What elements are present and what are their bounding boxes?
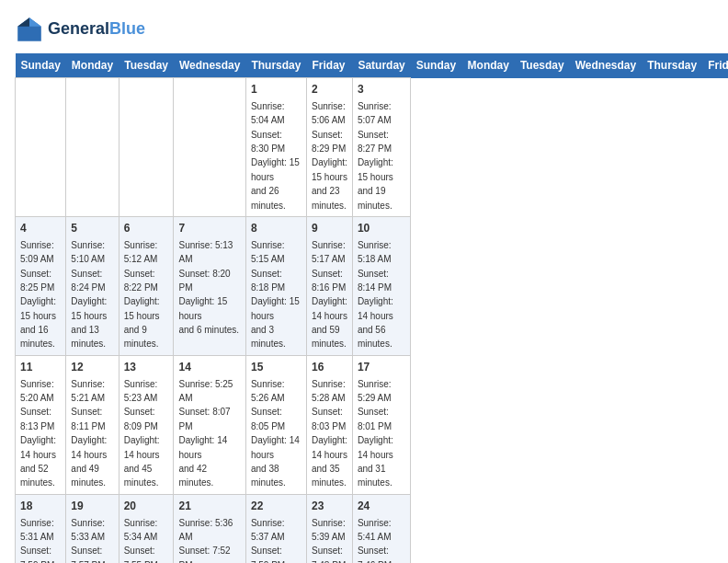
day-number: 24 <box>358 499 405 514</box>
day-info: Sunrise: 5:18 AM Sunset: 8:14 PM Dayligh… <box>358 240 393 350</box>
day-number: 3 <box>358 82 405 98</box>
day-info: Sunrise: 5:15 AM Sunset: 8:18 PM Dayligh… <box>251 240 300 350</box>
day-number: 12 <box>71 360 113 375</box>
day-number: 4 <box>20 221 61 236</box>
day-info: Sunrise: 5:04 AM Sunset: 8:30 PM Dayligh… <box>251 101 300 211</box>
day-info: Sunrise: 5:13 AM Sunset: 8:20 PM Dayligh… <box>178 240 239 335</box>
page-header: GeneralBlue <box>15 15 713 44</box>
logo: GeneralBlue <box>15 15 145 44</box>
calendar-day-cell: 5Sunrise: 5:10 AM Sunset: 8:24 PM Daylig… <box>66 216 119 355</box>
day-number: 7 <box>178 221 240 236</box>
calendar-day-cell: 21Sunrise: 5:36 AM Sunset: 7:52 PM Dayli… <box>174 494 245 563</box>
day-number: 13 <box>124 360 169 375</box>
day-number: 1 <box>251 82 301 98</box>
calendar-day-header: Friday <box>702 53 728 78</box>
calendar-day-cell: 7Sunrise: 5:13 AM Sunset: 8:20 PM Daylig… <box>174 216 245 355</box>
calendar-week-row: 11Sunrise: 5:20 AM Sunset: 8:13 PM Dayli… <box>16 355 729 494</box>
day-info: Sunrise: 5:10 AM Sunset: 8:24 PM Dayligh… <box>71 240 107 350</box>
calendar-day-cell: 4Sunrise: 5:09 AM Sunset: 8:25 PM Daylig… <box>16 216 66 355</box>
day-info: Sunrise: 5:25 AM Sunset: 8:07 PM Dayligh… <box>178 379 233 488</box>
day-info: Sunrise: 5:09 AM Sunset: 8:25 PM Dayligh… <box>20 240 56 350</box>
day-info: Sunrise: 5:28 AM Sunset: 8:03 PM Dayligh… <box>312 379 347 488</box>
calendar-header-row: SundayMondayTuesdayWednesdayThursdayFrid… <box>16 53 729 78</box>
calendar-day-cell <box>16 78 66 217</box>
day-number: 11 <box>20 360 61 375</box>
day-number: 23 <box>312 499 347 514</box>
day-number: 5 <box>71 221 113 236</box>
day-number: 19 <box>71 499 113 514</box>
day-number: 6 <box>124 221 169 236</box>
day-info: Sunrise: 5:17 AM Sunset: 8:16 PM Dayligh… <box>312 240 347 350</box>
calendar-day-header: Wednesday <box>174 53 245 78</box>
calendar-day-header: Monday <box>462 53 515 78</box>
calendar-day-cell <box>66 78 119 217</box>
calendar-day-cell <box>174 78 245 217</box>
day-number: 16 <box>312 360 347 375</box>
calendar-day-cell: 22Sunrise: 5:37 AM Sunset: 7:50 PM Dayli… <box>245 494 306 563</box>
calendar-day-cell: 3Sunrise: 5:07 AM Sunset: 8:27 PM Daylig… <box>352 78 410 217</box>
day-number: 22 <box>251 499 301 514</box>
day-number: 18 <box>20 499 61 514</box>
day-number: 15 <box>251 360 301 375</box>
svg-marker-2 <box>17 17 29 27</box>
calendar-day-header: Saturday <box>352 53 410 78</box>
calendar-week-row: 4Sunrise: 5:09 AM Sunset: 8:25 PM Daylig… <box>16 216 729 355</box>
day-number: 2 <box>312 82 347 98</box>
calendar-day-header: Sunday <box>16 53 66 78</box>
calendar-day-cell: 19Sunrise: 5:33 AM Sunset: 7:57 PM Dayli… <box>66 494 119 563</box>
day-info: Sunrise: 5:41 AM Sunset: 7:46 PM Dayligh… <box>358 518 393 563</box>
day-info: Sunrise: 5:34 AM Sunset: 7:55 PM Dayligh… <box>124 518 160 563</box>
logo-icon <box>15 15 44 44</box>
calendar-week-row: 1Sunrise: 5:04 AM Sunset: 8:30 PM Daylig… <box>16 78 729 217</box>
calendar-day-cell: 6Sunrise: 5:12 AM Sunset: 8:22 PM Daylig… <box>119 216 174 355</box>
calendar-day-header: Thursday <box>642 53 702 78</box>
calendar-day-cell: 23Sunrise: 5:39 AM Sunset: 7:48 PM Dayli… <box>306 494 352 563</box>
logo-text: GeneralBlue <box>48 20 145 39</box>
calendar-day-cell <box>119 78 174 217</box>
calendar-day-cell: 8Sunrise: 5:15 AM Sunset: 8:18 PM Daylig… <box>245 216 306 355</box>
day-number: 9 <box>312 221 347 236</box>
day-info: Sunrise: 5:33 AM Sunset: 7:57 PM Dayligh… <box>71 518 107 563</box>
calendar-day-cell: 13Sunrise: 5:23 AM Sunset: 8:09 PM Dayli… <box>119 355 174 494</box>
day-info: Sunrise: 5:26 AM Sunset: 8:05 PM Dayligh… <box>251 379 300 488</box>
calendar-day-header: Tuesday <box>515 53 570 78</box>
calendar-day-cell: 24Sunrise: 5:41 AM Sunset: 7:46 PM Dayli… <box>352 494 410 563</box>
calendar-day-header: Sunday <box>411 53 462 78</box>
day-number: 17 <box>358 360 405 375</box>
day-number: 14 <box>178 360 240 375</box>
calendar-day-header: Thursday <box>245 53 306 78</box>
calendar-day-cell: 2Sunrise: 5:06 AM Sunset: 8:29 PM Daylig… <box>306 78 352 217</box>
calendar-day-header: Monday <box>66 53 119 78</box>
svg-marker-1 <box>29 17 41 27</box>
day-info: Sunrise: 5:23 AM Sunset: 8:09 PM Dayligh… <box>124 379 160 488</box>
day-info: Sunrise: 5:36 AM Sunset: 7:52 PM Dayligh… <box>178 518 233 563</box>
day-info: Sunrise: 5:06 AM Sunset: 8:29 PM Dayligh… <box>312 101 347 211</box>
day-info: Sunrise: 5:39 AM Sunset: 7:48 PM Dayligh… <box>312 518 347 563</box>
calendar-day-cell: 15Sunrise: 5:26 AM Sunset: 8:05 PM Dayli… <box>245 355 306 494</box>
calendar-day-cell: 12Sunrise: 5:21 AM Sunset: 8:11 PM Dayli… <box>66 355 119 494</box>
calendar-day-cell: 10Sunrise: 5:18 AM Sunset: 8:14 PM Dayli… <box>352 216 410 355</box>
day-info: Sunrise: 5:20 AM Sunset: 8:13 PM Dayligh… <box>20 379 56 488</box>
day-number: 20 <box>124 499 169 514</box>
day-info: Sunrise: 5:07 AM Sunset: 8:27 PM Dayligh… <box>358 101 393 211</box>
day-info: Sunrise: 5:37 AM Sunset: 7:50 PM Dayligh… <box>251 518 300 563</box>
calendar-week-row: 18Sunrise: 5:31 AM Sunset: 7:59 PM Dayli… <box>16 494 729 563</box>
calendar-day-cell: 9Sunrise: 5:17 AM Sunset: 8:16 PM Daylig… <box>306 216 352 355</box>
day-number: 21 <box>178 499 240 514</box>
calendar-day-cell: 11Sunrise: 5:20 AM Sunset: 8:13 PM Dayli… <box>16 355 66 494</box>
calendar-day-cell: 1Sunrise: 5:04 AM Sunset: 8:30 PM Daylig… <box>245 78 306 217</box>
day-number: 10 <box>358 221 405 236</box>
day-info: Sunrise: 5:21 AM Sunset: 8:11 PM Dayligh… <box>71 379 107 488</box>
calendar-day-cell: 20Sunrise: 5:34 AM Sunset: 7:55 PM Dayli… <box>119 494 174 563</box>
calendar-day-cell: 16Sunrise: 5:28 AM Sunset: 8:03 PM Dayli… <box>306 355 352 494</box>
calendar-day-cell: 14Sunrise: 5:25 AM Sunset: 8:07 PM Dayli… <box>174 355 245 494</box>
calendar-table: SundayMondayTuesdayWednesdayThursdayFrid… <box>15 53 728 563</box>
day-number: 8 <box>251 221 301 236</box>
day-info: Sunrise: 5:31 AM Sunset: 7:59 PM Dayligh… <box>20 518 56 563</box>
calendar-day-header: Friday <box>306 53 352 78</box>
calendar-day-cell: 18Sunrise: 5:31 AM Sunset: 7:59 PM Dayli… <box>16 494 66 563</box>
calendar-day-header: Tuesday <box>119 53 174 78</box>
day-info: Sunrise: 5:29 AM Sunset: 8:01 PM Dayligh… <box>358 379 393 488</box>
day-info: Sunrise: 5:12 AM Sunset: 8:22 PM Dayligh… <box>124 240 160 350</box>
calendar-day-cell: 17Sunrise: 5:29 AM Sunset: 8:01 PM Dayli… <box>352 355 410 494</box>
